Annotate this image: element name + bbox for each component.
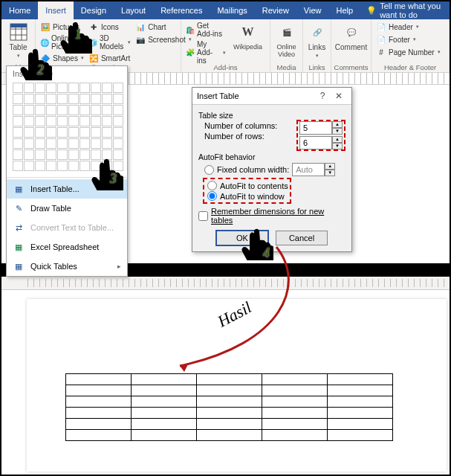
rows-down[interactable]: ▼ — [332, 143, 343, 149]
grid-cell[interactable] — [91, 116, 101, 126]
autofit-window-radio[interactable] — [207, 191, 217, 201]
tab-help[interactable]: Help — [329, 1, 361, 19]
grid-cell[interactable] — [68, 127, 79, 138]
tab-review[interactable]: Review — [255, 1, 296, 19]
grid-cell[interactable] — [91, 138, 101, 149]
grid-cell[interactable] — [24, 161, 34, 171]
grid-cell[interactable] — [80, 105, 90, 115]
remember-checkbox[interactable] — [198, 211, 208, 221]
header-button[interactable]: 📄Header▾ — [376, 21, 444, 33]
grid-cell[interactable] — [113, 83, 123, 93]
grid-cell[interactable] — [24, 138, 34, 149]
grid-cell[interactable] — [57, 116, 68, 126]
grid-cell[interactable] — [46, 116, 56, 126]
grid-cell[interactable] — [35, 138, 45, 149]
grid-cell[interactable] — [46, 83, 56, 93]
grid-cell[interactable] — [91, 83, 101, 93]
comment-button[interactable]: 💬 Comment — [336, 21, 366, 53]
grid-cell[interactable] — [80, 161, 90, 171]
wikipedia-button[interactable]: W Wikipedia — [230, 21, 265, 65]
online-video-button[interactable]: 🎬 Online Video — [275, 21, 298, 60]
grid-cell[interactable] — [80, 127, 90, 138]
grid-cell[interactable] — [68, 94, 79, 104]
tab-references[interactable]: References — [153, 1, 210, 19]
my-addins-button[interactable]: 🧩My Add-ins▾ — [186, 39, 226, 65]
grid-cell[interactable] — [35, 127, 45, 138]
grid-cell[interactable] — [57, 138, 68, 149]
grid-cell[interactable] — [13, 161, 23, 171]
grid-cell[interactable] — [113, 116, 123, 126]
grid-cell[interactable] — [46, 105, 56, 115]
grid-cell[interactable] — [91, 105, 101, 115]
3d-models-button[interactable]: 🧊3D Models▾ — [88, 33, 131, 51]
grid-cell[interactable] — [35, 83, 45, 93]
grid-cell[interactable] — [57, 149, 68, 160]
grid-cell[interactable] — [24, 149, 34, 160]
rows-input[interactable] — [299, 136, 332, 149]
grid-cell[interactable] — [13, 127, 23, 138]
grid-cell[interactable] — [35, 105, 45, 115]
grid-cell[interactable] — [13, 138, 23, 149]
pointer-step-2[interactable] — [18, 46, 52, 80]
icons-button[interactable]: ✚Icons — [88, 21, 131, 33]
grid-cell[interactable] — [24, 83, 34, 93]
grid-cell[interactable] — [24, 116, 34, 126]
grid-cell[interactable] — [57, 94, 68, 104]
cols-up[interactable]: ▲ — [332, 121, 343, 128]
grid-cell[interactable] — [113, 127, 123, 138]
pointer-step-3[interactable] — [89, 156, 123, 190]
close-button[interactable]: ✕ — [331, 91, 347, 101]
grid-cell[interactable] — [102, 138, 112, 149]
grid-cell[interactable] — [35, 116, 45, 126]
columns-input[interactable] — [299, 121, 332, 135]
grid-cell[interactable] — [24, 105, 34, 115]
grid-cell[interactable] — [13, 94, 23, 104]
draw-table-menuitem[interactable]: ✎ Draw Table — [7, 199, 127, 218]
rows-up[interactable]: ▲ — [332, 136, 343, 143]
grid-cell[interactable] — [68, 116, 79, 126]
tab-insert[interactable]: Insert — [38, 1, 74, 19]
grid-cell[interactable] — [102, 105, 112, 115]
grid-cell[interactable] — [91, 94, 101, 104]
grid-cell[interactable] — [80, 138, 90, 149]
grid-cell[interactable] — [24, 94, 34, 104]
grid-cell[interactable] — [46, 138, 56, 149]
grid-cell[interactable] — [80, 149, 90, 160]
grid-cell[interactable] — [35, 149, 45, 160]
grid-cell[interactable] — [46, 127, 56, 138]
get-addins-button[interactable]: 🛍️Get Add-ins — [186, 21, 226, 39]
fixed-width-radio[interactable] — [204, 165, 214, 175]
grid-cell[interactable] — [35, 161, 45, 171]
grid-cell[interactable] — [113, 94, 123, 104]
grid-cell[interactable] — [102, 94, 112, 104]
links-button[interactable]: 🔗 Links▾ — [308, 21, 326, 60]
grid-cell[interactable] — [80, 116, 90, 126]
tab-design[interactable]: Design — [74, 1, 114, 19]
tab-home[interactable]: Home — [1, 1, 38, 19]
tab-view[interactable]: View — [296, 1, 329, 19]
grid-cell[interactable] — [24, 127, 34, 138]
grid-cell[interactable] — [68, 83, 79, 93]
grid-cell[interactable] — [113, 138, 123, 149]
grid-cell[interactable] — [80, 94, 90, 104]
page-number-button[interactable]: #Page Number▾ — [376, 46, 444, 58]
grid-cell[interactable] — [13, 116, 23, 126]
grid-cell[interactable] — [57, 127, 68, 138]
grid-cell[interactable] — [57, 105, 68, 115]
smartart-button[interactable]: 🔀SmartArt — [88, 52, 131, 64]
grid-cell[interactable] — [68, 105, 79, 115]
grid-cell[interactable] — [35, 94, 45, 104]
grid-cell[interactable] — [102, 116, 112, 126]
grid-cell[interactable] — [46, 149, 56, 160]
grid-cell[interactable] — [57, 161, 68, 171]
excel-spreadsheet-menuitem[interactable]: ▦ Excel Spreadsheet — [7, 237, 127, 257]
grid-cell[interactable] — [68, 149, 79, 160]
autofit-contents-radio[interactable] — [207, 181, 217, 190]
grid-cell[interactable] — [68, 161, 79, 171]
grid-cell[interactable] — [91, 127, 101, 138]
grid-cell[interactable] — [102, 83, 112, 93]
help-button[interactable]: ? — [314, 91, 331, 101]
grid-cell[interactable] — [13, 83, 23, 93]
cols-down[interactable]: ▼ — [332, 128, 343, 135]
tab-layout[interactable]: Layout — [114, 1, 153, 19]
